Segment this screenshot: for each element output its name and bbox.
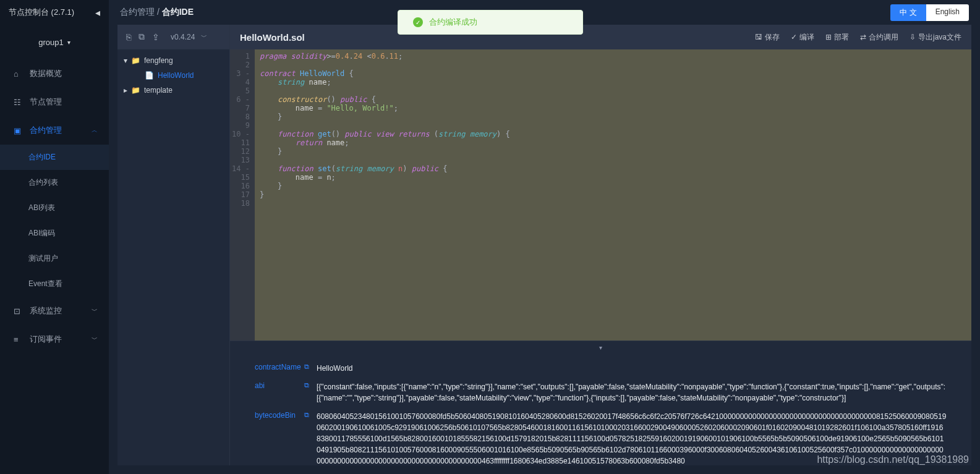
sidebar-item-label: 数据概览 (30, 68, 62, 79)
sidebar-item-node[interactable]: ☷ 节点管理 (0, 88, 109, 116)
collapse-sidebar-icon[interactable]: ◂ (95, 7, 100, 19)
folder-icon: 📁 (131, 86, 140, 95)
copy-icon[interactable]: ⧉ (304, 381, 317, 389)
tree-file[interactable]: 📄 HelloWorld (117, 68, 229, 83)
breadcrumb: 合约管理 / 合约IDE (120, 7, 194, 18)
monitor-icon: ⊡ (14, 307, 22, 316)
export-button[interactable]: ⇩导出java文件 (910, 32, 961, 43)
save-button[interactable]: 🖫保存 (755, 32, 780, 43)
deploy-button[interactable]: ⊞部署 (825, 32, 849, 43)
folder-name: fengfeng (144, 56, 173, 65)
sidebar-item-label: 系统监控 (30, 305, 62, 316)
calendar-icon: ☷ (14, 98, 22, 107)
new-file-icon[interactable]: ⎘ (126, 32, 131, 42)
group-label: group1 (38, 38, 63, 47)
call-icon: ⇄ (860, 33, 866, 41)
chevron-down-icon: ▾ (67, 39, 70, 46)
home-icon: ⌂ (14, 69, 22, 78)
compile-icon: ✓ (791, 33, 797, 41)
file-pane: ⎘ ⧉ ⇪ v0.4.24 ﹀ 📁 fengfeng 📄 (117, 25, 230, 465)
tree-folder[interactable]: 📁 fengfeng (117, 53, 229, 68)
call-button[interactable]: ⇄合约调用 (860, 32, 898, 43)
info-row-contractname: contractName ⧉ HelloWorld (255, 359, 947, 378)
console-title-bar: 节点控制台 (2.7.1) ◂ (0, 0, 109, 25)
rss-icon: ≡ (14, 335, 22, 344)
code-content[interactable]: pragma solidity>=0.4.24 <0.6.11; contrac… (255, 49, 971, 341)
file-icon: 📄 (145, 71, 154, 80)
lang-zh-button[interactable]: 中 文 (890, 4, 926, 21)
sidebar-sub-abiencode[interactable]: ABI编码 (0, 221, 109, 246)
editor-wrap: HelloWorld.sol 🖫保存 ✓编译 ⊞部署 ⇄合约调用 ⇩导出java… (230, 25, 971, 465)
contract-icon: ▣ (14, 126, 22, 135)
sidebar-sub-event[interactable]: Event查看 (0, 271, 109, 297)
success-toast: ✓ 合约编译成功 (398, 10, 583, 35)
check-icon: ✓ (413, 17, 423, 27)
info-label: bytecodeBin (255, 411, 304, 420)
chevron-up-icon: ︿ (92, 126, 98, 135)
language-switcher: 中 文 English (890, 4, 969, 21)
line-gutter: 123 -456 -78910 -11121314 -15161718 (230, 49, 255, 341)
upload-icon[interactable]: ⇪ (152, 32, 160, 42)
main: 合约管理 / 合约IDE 中 文 English ⎘ ⧉ ⇪ v0.4.24 ﹀ (109, 0, 980, 474)
info-row-abi: abi ⧉ [{"constant":false,"inputs":[{"nam… (255, 378, 947, 407)
compile-button[interactable]: ✓编译 (791, 32, 814, 43)
sidebar-sub-list[interactable]: 合约列表 (0, 170, 109, 195)
caret-icon (124, 86, 127, 95)
copy-icon[interactable]: ⧉ (304, 363, 317, 371)
copy-icon[interactable]: ⧉ (304, 411, 317, 419)
file-name: HelloWorld (158, 71, 194, 80)
info-value: HelloWorld (317, 363, 947, 374)
sidebar-sub-ide[interactable]: 合约IDE (0, 145, 109, 170)
sidebar-item-contract[interactable]: ▣ 合约管理 ︿ (0, 116, 109, 145)
info-label: abi (255, 381, 304, 390)
save-icon: 🖫 (755, 33, 762, 41)
tree-folder[interactable]: 📁 template (117, 83, 229, 98)
file-tools: ⎘ ⧉ ⇪ v0.4.24 ﹀ (117, 25, 229, 49)
deploy-icon: ⊞ (825, 33, 832, 41)
chevron-down-icon: ﹀ (201, 33, 207, 41)
info-label: contractName (255, 363, 304, 371)
copy-icon[interactable]: ⧉ (138, 32, 145, 42)
breadcrumb-parent[interactable]: 合约管理 (120, 7, 155, 17)
sidebar-item-monitor[interactable]: ⊡ 系统监控 ﹀ (0, 297, 109, 325)
editor-head: HelloWorld.sol 🖫保存 ✓编译 ⊞部署 ⇄合约调用 ⇩导出java… (230, 25, 971, 49)
export-icon: ⇩ (910, 33, 916, 41)
toolbar: 🖫保存 ✓编译 ⊞部署 ⇄合约调用 ⇩导出java文件 (755, 32, 961, 43)
info-panel: contractName ⧉ HelloWorld abi ⧉ [{"const… (230, 354, 971, 465)
info-value: [{"constant":false,"inputs":[{"name":"n"… (317, 381, 947, 404)
folder-icon: 📁 (131, 56, 140, 65)
sidebar-item-subscribe[interactable]: ≡ 订阅事件 ﹀ (0, 325, 109, 353)
panel-collapse-bar[interactable]: ▾ (230, 341, 971, 354)
file-tree: 📁 fengfeng 📄 HelloWorld 📁 template (117, 49, 229, 101)
chevron-down-icon: ﹀ (92, 335, 98, 344)
filename: HelloWorld.sol (240, 32, 305, 43)
code-area[interactable]: 123 -456 -78910 -11121314 -15161718 prag… (230, 49, 971, 341)
sidebar-sub-testuser[interactable]: 测试用户 (0, 246, 109, 271)
workspace: ⎘ ⧉ ⇪ v0.4.24 ﹀ 📁 fengfeng 📄 (117, 25, 971, 465)
breadcrumb-current: 合约IDE (162, 7, 194, 17)
sidebar-item-label: 合约管理 (30, 125, 62, 136)
watermark: https://blog.csdn.net/qq_19381989 (817, 454, 969, 465)
folder-name: template (144, 86, 173, 95)
chevron-down-icon: ﹀ (92, 307, 98, 315)
console-title: 节点控制台 (2.7.1) (9, 7, 74, 18)
version-select[interactable]: v0.4.24 ﹀ (171, 33, 207, 41)
sidebar-item-label: 订阅事件 (30, 334, 62, 345)
sidebar-sub-abilist[interactable]: ABI列表 (0, 195, 109, 221)
group-selector[interactable]: group1 ▾ (0, 25, 109, 59)
sidebar: 节点控制台 (2.7.1) ◂ group1 ▾ ⌂ 数据概览 ☷ 节点管理 ▣… (0, 0, 109, 474)
sidebar-item-overview[interactable]: ⌂ 数据概览 (0, 59, 109, 88)
lang-en-button[interactable]: English (926, 4, 969, 21)
toast-text: 合约编译成功 (429, 17, 477, 28)
caret-icon (124, 56, 127, 65)
sidebar-item-label: 节点管理 (30, 96, 62, 108)
